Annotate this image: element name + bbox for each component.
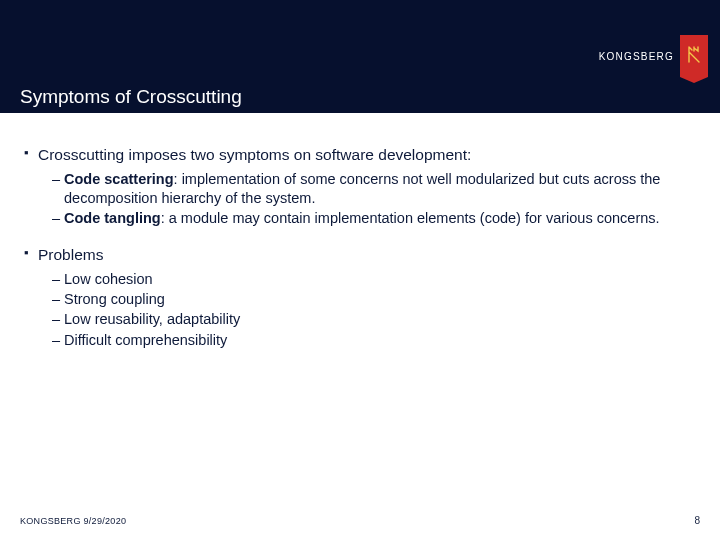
sub-bullet-bold: Code scattering bbox=[64, 171, 174, 187]
brand-text: KONGSBERG bbox=[599, 51, 674, 62]
bullet-point-1: Crosscutting imposes two symptoms on sof… bbox=[24, 145, 696, 164]
slide-footer: KONGSBERG 9/29/2020 8 bbox=[0, 515, 720, 526]
slide-header: Symptoms of Crosscutting KONGSBERG bbox=[0, 0, 720, 113]
sub-bullet-rest: : a module may contain implementation el… bbox=[161, 210, 660, 226]
sub-bullet: Code tangling: a module may contain impl… bbox=[52, 209, 696, 227]
sub-bullets-2: Low cohesion Strong coupling Low reusabi… bbox=[24, 270, 696, 349]
slide-title: Symptoms of Crosscutting bbox=[20, 86, 242, 108]
brand-logo: KONGSBERG bbox=[599, 35, 708, 77]
sub-bullets-1: Code scattering: implementation of some … bbox=[24, 170, 696, 226]
sub-bullet: Low cohesion bbox=[52, 270, 696, 288]
crest-icon bbox=[680, 35, 708, 77]
sub-bullet: Code scattering: implementation of some … bbox=[52, 170, 696, 206]
footer-text: KONGSBERG 9/29/2020 bbox=[20, 516, 126, 526]
sub-bullet: Strong coupling bbox=[52, 290, 696, 308]
sub-bullet: Difficult comprehensibility bbox=[52, 331, 696, 349]
bullet-text: Problems bbox=[38, 246, 103, 263]
sub-bullet-bold: Code tangling bbox=[64, 210, 161, 226]
slide-body: Crosscutting imposes two symptoms on sof… bbox=[0, 113, 720, 349]
bullet-text: Crosscutting imposes two symptoms on sof… bbox=[38, 146, 471, 163]
sub-bullet: Low reusability, adaptability bbox=[52, 310, 696, 328]
page-number: 8 bbox=[694, 515, 700, 526]
bullet-point-2: Problems bbox=[24, 245, 696, 264]
